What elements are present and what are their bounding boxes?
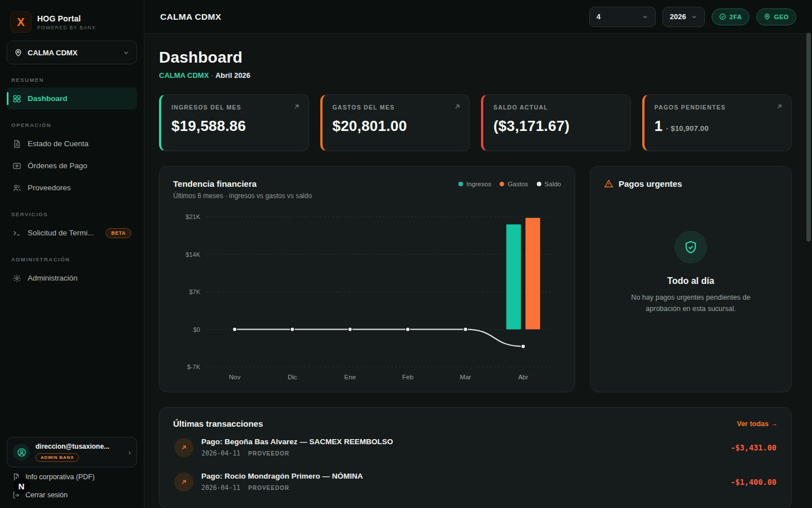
sidebar-item-label: Proveedores xyxy=(28,183,71,192)
transaction-row[interactable]: Pago: Begoña Bas Alvarez — SACMEX REEMBO… xyxy=(173,428,778,463)
sidebar-item-label: Solicitud de Termi... xyxy=(28,229,94,237)
sidebar-item-proveedores[interactable]: Proveedores xyxy=(7,177,137,199)
section-label-servicios: SERVICIOS xyxy=(11,211,133,217)
info-corporativa-label: Info corporativa (PDF) xyxy=(25,473,95,481)
branch-selector-label: CALMA CDMX xyxy=(28,49,77,57)
topbar-title: CALMA CDMX xyxy=(160,12,221,22)
svg-text:Dic: Dic xyxy=(288,374,297,380)
chevron-down-icon xyxy=(691,14,698,20)
document-icon xyxy=(12,139,21,148)
check-circle-icon xyxy=(719,13,726,20)
svg-text:Nov: Nov xyxy=(229,374,241,380)
svg-text:Abr: Abr xyxy=(518,374,528,380)
legend-item-ingresos: Ingresos xyxy=(458,181,491,187)
month-select[interactable]: 4 xyxy=(589,7,656,27)
stat-value: $19,588.86 xyxy=(171,117,298,135)
legend-dot-ingresos xyxy=(458,182,463,186)
transaction-type: PROVEEDOR xyxy=(248,450,289,457)
chart-title: Tendencia financiera xyxy=(173,179,312,189)
svg-text:Mar: Mar xyxy=(460,374,471,380)
section-label-resumen: RESUMEN xyxy=(11,77,133,83)
location-pin-icon xyxy=(764,13,771,20)
content-scroll[interactable]: Dashboard CALMA CDMX · Abril 2026 INGRES… xyxy=(144,34,812,508)
badge-2fa: 2FA xyxy=(712,8,749,25)
urgent-payments-card: Pagos urgentes Todo al día No hay pagos … xyxy=(590,166,792,392)
legend-dot-saldo xyxy=(537,182,541,186)
year-select[interactable]: 2026 xyxy=(663,7,705,27)
location-pin-icon xyxy=(14,49,23,57)
chart-legend: Ingresos Gastos Saldo xyxy=(458,179,561,187)
stat-card-ingresos: INGRESOS DEL MES $19,588.86 xyxy=(159,94,309,151)
badge-geo: GEO xyxy=(756,8,796,25)
branch-selector[interactable]: CALMA CDMX xyxy=(7,41,137,64)
sidebar-item-solicitud-terminal[interactable]: Solicitud de Termi... BETA xyxy=(7,222,137,244)
sidebar-item-estado-de-cuenta[interactable]: Estado de Cuenta xyxy=(7,133,137,155)
scrollbar[interactable] xyxy=(806,33,811,507)
sidebar-item-administracion[interactable]: Administración xyxy=(7,267,137,289)
stat-card-pagos-pendientes: PAGOS PENDIENTES 1· $10,907.00 xyxy=(642,94,792,151)
scrollbar-thumb[interactable] xyxy=(806,33,811,242)
sidebar-item-dashboard[interactable]: Dashboard xyxy=(7,87,137,110)
payment-document-icon xyxy=(12,161,21,170)
terminal-icon xyxy=(12,229,21,238)
badge-2fa-label: 2FA xyxy=(730,14,742,20)
trend-chart: $21K$14K$7K$0$-7KNovDicEneFebMarAbr xyxy=(173,208,561,384)
transaction-date: 2026-04-11 xyxy=(201,484,240,492)
stats-row: INGRESOS DEL MES $19,588.86 GASTOS DEL M… xyxy=(159,94,792,151)
avatar xyxy=(13,444,30,461)
app-root: X HOG Portal POWERED BY BANX CALMA CDMX … xyxy=(0,0,812,508)
sidebar-item-ordenes-de-pago[interactable]: Órdenes de Pago xyxy=(7,155,137,177)
transaction-amount: -$3,431.00 xyxy=(731,443,776,452)
arrow-up-right-icon xyxy=(174,438,193,457)
status-text: No hay pagos urgentes pendientes de apro… xyxy=(620,292,761,314)
subtitle-branch: CALMA CDMX xyxy=(159,71,209,80)
trend-chart-card: Tendencia financiera Últimos 6 meses · i… xyxy=(159,166,575,392)
transaction-date: 2026-04-11 xyxy=(201,449,240,457)
arrow-up-right-icon xyxy=(174,472,193,492)
stat-label: SALDO ACTUAL xyxy=(493,104,620,111)
transaction-row[interactable]: Pago: Rocio Mondragón Primero — NÓMINA 2… xyxy=(173,463,778,497)
sidebar-item-label: Administración xyxy=(28,274,78,282)
arrow-up-right-icon xyxy=(293,103,301,111)
chart-subtitle: Últimos 6 meses · ingresos vs gastos vs … xyxy=(173,192,312,200)
stat-value: ($3,171.67) xyxy=(493,117,620,135)
svg-text:Feb: Feb xyxy=(402,374,413,380)
main-area: CALMA CDMX 4 2026 xyxy=(144,0,812,508)
legend-dot-gastos xyxy=(500,182,504,186)
transaction-amount: -$1,400.00 xyxy=(731,478,776,487)
svg-text:$14K: $14K xyxy=(186,251,200,258)
view-all-link[interactable]: Ver todas → xyxy=(737,420,778,428)
year-select-value: 2026 xyxy=(670,12,686,21)
subtitle-separator: · xyxy=(211,71,213,80)
brand: X HOG Portal POWERED BY BANX xyxy=(7,8,137,41)
badge-geo-label: GEO xyxy=(774,14,789,20)
transaction-title: Pago: Rocio Mondragón Primero — NÓMINA xyxy=(201,472,363,480)
arrow-up-right-icon xyxy=(775,103,783,111)
sidebar-item-label: Dashboard xyxy=(28,94,68,103)
urgent-title: Pagos urgentes xyxy=(619,179,682,189)
svg-text:$0: $0 xyxy=(193,326,200,333)
transactions-title: Últimas transacciones xyxy=(173,419,263,428)
stat-label: PAGOS PENDIENTES xyxy=(655,104,782,111)
warning-triangle-icon xyxy=(604,179,614,189)
svg-text:$21K: $21K xyxy=(186,213,200,220)
legend-item-saldo: Saldo xyxy=(537,181,561,187)
shield-check-icon xyxy=(674,231,707,264)
stat-label: GASTOS DEL MES xyxy=(333,104,460,111)
beta-badge: BETA xyxy=(105,228,131,238)
legend-item-gastos: Gastos xyxy=(500,181,528,187)
section-label-operacion: OPERACIÓN xyxy=(11,122,133,128)
app-title: HOG Portal xyxy=(37,14,96,23)
user-email: direccion@tusaxione... xyxy=(36,443,109,450)
stat-card-gastos: GASTOS DEL MES $20,801.00 xyxy=(320,94,470,151)
people-icon xyxy=(12,183,21,192)
chevron-right-icon: › xyxy=(129,448,131,457)
sidebar-item-label: Órdenes de Pago xyxy=(28,161,87,170)
grid-icon xyxy=(12,94,21,103)
section-label-administracion: ADMINISTRACIÓN xyxy=(11,256,133,262)
svg-text:$7K: $7K xyxy=(189,288,200,295)
user-card[interactable]: direccion@tusaxione... ADMIN BANX › xyxy=(7,437,137,467)
sidebar-item-label: Estado de Cuenta xyxy=(28,139,89,148)
stat-label: INGRESOS DEL MES xyxy=(171,104,298,111)
subtitle-period: Abril 2026 xyxy=(215,71,250,80)
